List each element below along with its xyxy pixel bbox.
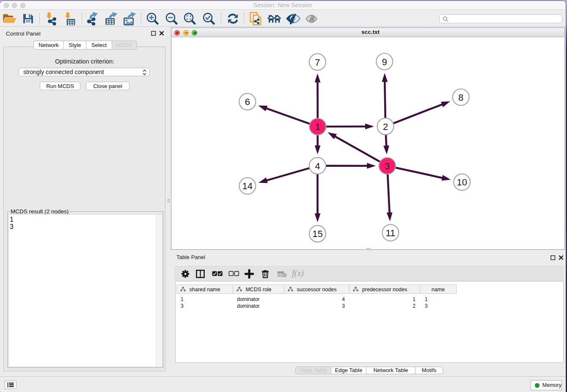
svg-text:4: 4 (315, 161, 320, 171)
svg-text:6: 6 (245, 97, 250, 107)
svg-text:7: 7 (315, 57, 320, 68)
svg-text:8: 8 (458, 92, 463, 103)
svg-text:10: 10 (457, 177, 467, 188)
svg-text:14: 14 (242, 181, 253, 191)
svg-text:2: 2 (383, 121, 388, 132)
svg-text:11: 11 (385, 228, 395, 238)
svg-text:1: 1 (315, 121, 320, 132)
svg-text:3: 3 (385, 161, 390, 171)
svg-text:15: 15 (312, 229, 322, 239)
svg-text:9: 9 (382, 57, 387, 67)
